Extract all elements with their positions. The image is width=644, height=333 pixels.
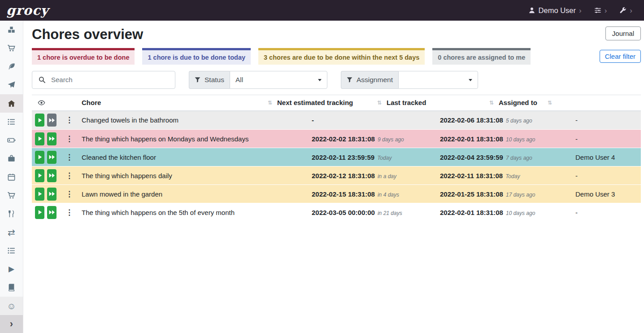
column-header-next-estimated-tracking[interactable]: Next estimated tracking ⇅ [276, 99, 385, 106]
skip-chore-button[interactable] [47, 114, 57, 127]
settings-menu[interactable]: › [594, 7, 607, 14]
track-chore-button[interactable] [35, 132, 44, 145]
admin-menu[interactable]: › [619, 7, 632, 14]
chevron-right-icon: › [10, 319, 13, 329]
status-select[interactable]: All [230, 71, 327, 89]
grocy-logo[interactable]: grocy [6, 4, 48, 17]
filter-row: Status All Assignment [32, 71, 641, 89]
book-icon [7, 283, 16, 292]
next-tracking-value: 2022-03-05 00:00:00 [312, 209, 375, 216]
last-tracked-value: 2022-02-01 18:31:08 [440, 209, 503, 216]
last-tracked-value: 2022-02-04 23:59:59 [440, 153, 503, 161]
fast-forward-icon [48, 136, 55, 141]
sidebar-item-stock-overview[interactable] [0, 21, 23, 39]
sidebar-item-chores-overview[interactable] [0, 94, 23, 113]
sidebar-item-shopping-list[interactable] [0, 39, 23, 57]
filter-funnel-icon [347, 77, 352, 83]
sidebar-item-meal-plan[interactable] [0, 76, 23, 94]
row-menu-button[interactable]: ⋮ [62, 209, 77, 216]
filter-funnel-icon [195, 77, 200, 83]
sidebar-item-equipment[interactable] [0, 149, 23, 168]
status-card-due-soon: 3 chores are due to be done within the n… [258, 48, 425, 65]
track-chore-button[interactable] [35, 151, 44, 164]
track-chore-button[interactable] [35, 188, 44, 201]
row-actions: ⋮ [35, 151, 77, 164]
sliders-icon [594, 7, 601, 14]
play-icon: ▶ [9, 265, 14, 273]
shopping-cart-icon [7, 191, 16, 200]
sidebar-item-recipes[interactable] [0, 57, 23, 76]
sidebar-item-chore-tracking[interactable]: ▶ [0, 260, 23, 278]
journal-button[interactable]: Journal [605, 26, 641, 40]
row-actions: ⋮ [35, 114, 77, 127]
time-ago: 10 days ago [506, 210, 535, 216]
status-cards-row: 1 chore is overdue to be done 1 chore is… [32, 48, 641, 65]
assignment-select[interactable] [398, 71, 478, 89]
next-tracking-value: - [312, 116, 314, 124]
fast-forward-icon [48, 173, 55, 178]
row-menu-button[interactable]: ⋮ [62, 172, 77, 180]
column-header-label: Next estimated tracking [277, 99, 353, 106]
sidebar-item-transfer[interactable]: ⇄ [0, 223, 23, 241]
chevron-right-icon: › [605, 7, 607, 14]
column-header-assigned-to[interactable]: Assigned to ⇅ [497, 99, 556, 106]
clear-filter-button[interactable]: Clear filter [600, 50, 641, 63]
sidebar-item-user-settings[interactable]: ☺ [0, 297, 23, 315]
sidebar-item-calendar[interactable] [0, 168, 23, 186]
assigned-to-value: - [574, 203, 641, 222]
time-ago: 10 days ago [506, 136, 535, 143]
column-header-label: Last tracked [387, 99, 426, 106]
skip-chore-button[interactable] [47, 206, 57, 219]
row-actions: ⋮ [35, 206, 77, 219]
boxes-icon [7, 26, 16, 34]
sidebar-item-inventory[interactable] [0, 241, 23, 260]
row-menu-button[interactable]: ⋮ [62, 153, 77, 161]
column-header-last-tracked[interactable]: Last tracked ⇅ [385, 99, 497, 106]
user-menu[interactable]: Demo User › [528, 6, 582, 15]
row-menu-button[interactable]: ⋮ [62, 135, 77, 143]
time-ago: Today [377, 155, 392, 161]
column-header-chore[interactable]: Chore ⇅ [80, 99, 276, 106]
chore-name: The thing which happens daily [80, 166, 310, 185]
row-actions: ⋮ [35, 132, 77, 145]
chevron-right-icon: › [630, 7, 632, 14]
track-chore-button[interactable] [35, 169, 44, 182]
list-icon [7, 246, 16, 255]
skip-chore-button[interactable] [47, 188, 57, 201]
status-filter-group: Status All [189, 71, 327, 89]
row-menu-button[interactable]: ⋮ [62, 116, 77, 124]
play-icon [37, 210, 43, 215]
skip-chore-button[interactable] [47, 132, 57, 145]
track-chore-button[interactable] [35, 206, 44, 219]
time-ago: 17 days ago [506, 192, 535, 198]
skip-chore-button[interactable] [47, 151, 57, 164]
time-ago: in 21 days [378, 210, 402, 216]
transfer-arrows-icon: ⇄ [8, 228, 15, 237]
track-chore-button[interactable] [35, 114, 44, 127]
chevron-right-icon: › [579, 7, 582, 14]
sidebar-item-batteries-overview[interactable] [0, 131, 23, 149]
navbar-right: Demo User › › › [528, 6, 632, 15]
next-tracking-value: 2022-02-15 18:31:08 [312, 190, 375, 198]
status-card-assigned-to-me: 0 chores are assigned to me [432, 48, 531, 65]
column-header-label: Chore [82, 99, 101, 106]
last-tracked-value: 2022-01-25 18:31:08 [440, 190, 503, 198]
skip-chore-button[interactable] [47, 169, 57, 182]
calendar-icon [7, 173, 16, 181]
sort-icon: ⇅ [268, 100, 272, 105]
assignment-filter-group: Assignment [341, 71, 478, 89]
sidebar-item-purchase[interactable] [0, 186, 23, 205]
chores-table: ⋮ Changed towels in the bathroom - 2022-… [32, 111, 641, 222]
time-ago: Today [505, 173, 520, 180]
time-ago: 7 days ago [506, 155, 532, 161]
eye-icon [38, 100, 45, 106]
play-icon [37, 154, 43, 160]
row-menu-button[interactable]: ⋮ [62, 190, 77, 198]
sidebar-item-consume[interactable] [0, 205, 23, 223]
chore-row: ⋮ The thing which happens on the 5th of … [32, 203, 641, 222]
sidebar-item-battery-tracking[interactable] [0, 278, 23, 297]
column-visibility-toggle[interactable] [32, 100, 80, 106]
sidebar-collapse-toggle[interactable]: › [0, 315, 23, 333]
search-input[interactable] [51, 71, 175, 88]
sidebar-item-tasks[interactable] [0, 113, 23, 131]
